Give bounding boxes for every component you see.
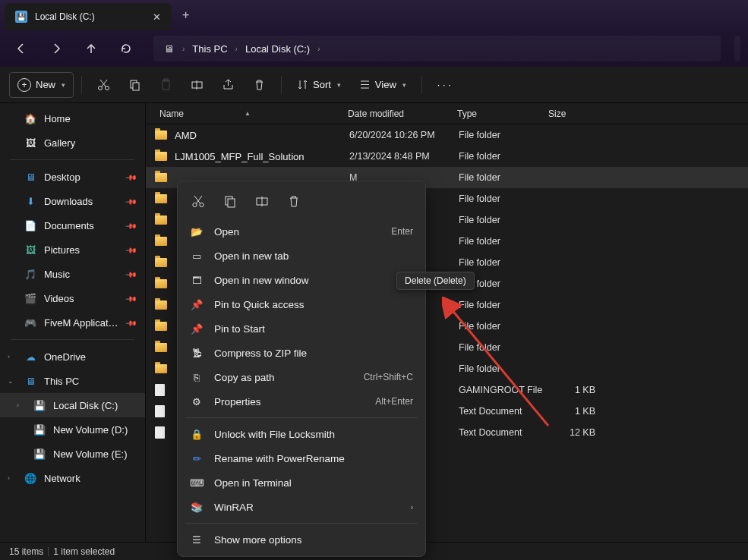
row-type: File folder: [459, 172, 550, 183]
sidebar-network[interactable]: ›🌐Network: [0, 466, 145, 490]
ctx-open[interactable]: 📂OpenEnter: [182, 219, 421, 244]
pin-icon: 📌: [125, 292, 137, 304]
sidebar-thispc[interactable]: ⌄🖥This PC: [0, 369, 145, 393]
sort-button[interactable]: Sort▾: [289, 72, 349, 98]
ctx-label: Compress to ZIP file: [214, 348, 413, 359]
delete-tooltip: Delete (Delete): [396, 272, 475, 290]
chevron-right-icon[interactable]: ›: [8, 353, 10, 360]
sidebar-gallery[interactable]: 🖼Gallery: [0, 131, 145, 155]
ctx-rename-button[interactable]: [248, 187, 276, 215]
row-type: GAMINGROOT File: [459, 385, 550, 395]
music-icon: 🎵: [24, 268, 36, 280]
share-button[interactable]: [214, 72, 242, 98]
ctx-powerrename[interactable]: ✏Rename with PowerRename: [182, 446, 421, 470]
folder-icon: [155, 300, 167, 310]
rename-button[interactable]: [183, 72, 211, 98]
cut-button[interactable]: [90, 72, 118, 98]
ctx-copy-button[interactable]: [216, 187, 245, 215]
row-date: 2/13/2024 8:48 PM: [349, 151, 459, 162]
row-type: File folder: [459, 321, 550, 332]
ctx-copy-path[interactable]: ⎘Copy as pathCtrl+Shift+C: [182, 365, 421, 389]
row-type: File folder: [459, 236, 550, 247]
new-tab-button[interactable]: +: [172, 0, 200, 30]
sidebar-documents[interactable]: 📄Documents📌: [0, 213, 145, 238]
row-type: File folder: [459, 257, 550, 268]
svg-point-0: [99, 87, 103, 90]
sidebar: 🏠Home 🖼Gallery 🖥Desktop📌 ⬇Downloads📌 📄Do…: [0, 103, 146, 542]
ctx-compress-zip[interactable]: 🗜Compress to ZIP file: [182, 341, 421, 365]
svg-point-8: [193, 203, 197, 206]
ctx-pin-start[interactable]: 📌Pin to Start: [182, 316, 421, 341]
chevron-right-icon: ›: [235, 45, 238, 53]
chevron-right-icon[interactable]: ›: [8, 474, 10, 482]
breadcrumb-thispc[interactable]: This PC: [192, 43, 227, 55]
forward-button[interactable]: [43, 36, 70, 61]
ctx-delete-button[interactable]: [279, 187, 308, 215]
breadcrumb[interactable]: 🖥 › This PC › Local Disk (C:) ›: [153, 36, 721, 61]
sidebar-home[interactable]: 🏠Home: [0, 106, 145, 131]
context-quick-actions: [182, 186, 421, 219]
ctx-show-more[interactable]: ☰Show more options: [182, 527, 421, 552]
more-button[interactable]: · · ·: [430, 72, 459, 98]
ctx-pin-quick-access[interactable]: 📌Pin to Quick access: [182, 292, 421, 316]
chevron-right-icon[interactable]: ›: [17, 401, 19, 409]
sidebar-videos[interactable]: 🎬Videos📌: [0, 286, 145, 310]
sidebar-drive-e[interactable]: 💾New Volume (E:): [0, 442, 145, 466]
tab-icon: ▭: [190, 250, 204, 262]
breadcrumb-localdisk[interactable]: Local Disk (C:): [245, 43, 310, 55]
back-button[interactable]: [8, 36, 35, 61]
sidebar-fivem[interactable]: 🎮FiveM Application Dat📌: [0, 310, 145, 335]
ctx-properties[interactable]: ⚙PropertiesAlt+Enter: [182, 389, 421, 414]
chevron-down-icon[interactable]: ⌄: [8, 377, 14, 385]
pin-icon: 📌: [190, 323, 204, 335]
ctx-cut-button[interactable]: [184, 187, 213, 215]
context-menu: 📂OpenEnter ▭Open in new tab 🗔Open in new…: [177, 181, 426, 557]
sidebar-downloads[interactable]: ⬇Downloads📌: [0, 189, 145, 213]
divider: [11, 339, 134, 340]
separator: [48, 547, 49, 556]
column-date[interactable]: Date modified: [348, 109, 457, 119]
paste-button[interactable]: [152, 72, 180, 98]
divider: [11, 159, 134, 160]
desktop-icon: 🖥: [24, 171, 36, 183]
column-type[interactable]: Type: [457, 109, 548, 119]
terminal-icon: ⌨: [190, 477, 204, 489]
sidebar-desktop[interactable]: 🖥Desktop📌: [0, 165, 145, 189]
column-size[interactable]: Size: [548, 109, 609, 119]
status-selected: 1 item selected: [53, 546, 115, 557]
pin-icon: 📌: [125, 219, 137, 231]
search-input[interactable]: [734, 36, 740, 61]
separator: [185, 523, 418, 524]
sidebar-onedrive[interactable]: ›☁OneDrive: [0, 344, 145, 369]
sidebar-label: Gallery: [44, 137, 75, 149]
ctx-label: Open in new window: [214, 275, 413, 286]
sidebar-music[interactable]: 🎵Music📌: [0, 262, 145, 286]
refresh-button[interactable]: [112, 36, 140, 61]
close-icon[interactable]: ✕: [153, 11, 161, 23]
sidebar-pictures[interactable]: 🖼Pictures📌: [0, 238, 145, 262]
zip-icon: 🗜: [190, 348, 204, 359]
up-button[interactable]: [77, 36, 105, 61]
sidebar-label: New Volume (E:): [53, 448, 128, 460]
new-button[interactable]: +New▾: [9, 72, 74, 98]
tab-local-disk[interactable]: 💾 Local Disk (C:) ✕: [5, 3, 172, 30]
ctx-open-new-window[interactable]: 🗔Open in new window: [182, 268, 421, 292]
ctx-label: Open in new tab: [214, 250, 413, 262]
ctx-terminal[interactable]: ⌨Open in Terminal: [182, 470, 421, 495]
ctx-open-new-tab[interactable]: ▭Open in new tab: [182, 244, 421, 268]
view-button[interactable]: View▾: [352, 72, 414, 98]
pc-icon: 🖥: [24, 375, 36, 387]
table-row[interactable]: AMD6/20/2024 10:26 PMFile folder: [146, 124, 748, 146]
chevron-down-icon: ▾: [62, 81, 65, 89]
delete-button[interactable]: [245, 72, 273, 98]
sidebar-drive-d[interactable]: 💾New Volume (D:): [0, 417, 145, 442]
row-name: LJM1005_MFP_Full_Solution: [175, 151, 349, 162]
sidebar-drive-c[interactable]: ›💾Local Disk (C:): [0, 393, 145, 417]
ctx-winrar[interactable]: 📚WinRAR›: [182, 495, 421, 519]
ctx-locksmith[interactable]: 🔒Unlock with File Locksmith: [182, 422, 421, 446]
ctx-label: Pin to Start: [214, 323, 413, 335]
table-row[interactable]: LJM1005_MFP_Full_Solution2/13/2024 8:48 …: [146, 146, 748, 167]
copy-button[interactable]: [121, 72, 149, 98]
view-label: View: [375, 79, 396, 90]
column-name[interactable]: Name▲: [159, 109, 348, 119]
